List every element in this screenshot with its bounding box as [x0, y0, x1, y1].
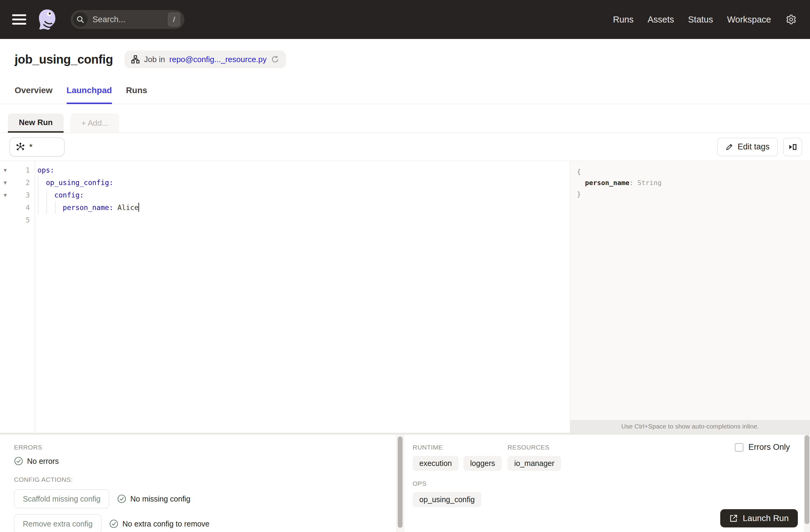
- nav-link-workspace[interactable]: Workspace: [727, 15, 771, 25]
- scaffold-missing-config-button[interactable]: Scaffold missing config: [14, 489, 109, 508]
- line-number: 3: [10, 189, 35, 201]
- config-actions-label: CONFIG ACTIONS:: [14, 476, 396, 483]
- reload-icon[interactable]: [271, 55, 279, 64]
- tab-launchpad[interactable]: Launchpad: [67, 85, 112, 104]
- run-config-tabs: New Run + Add...: [0, 104, 810, 133]
- launch-run-button[interactable]: Launch Run: [720, 509, 798, 528]
- line-number: 5: [10, 214, 35, 226]
- code-line: person_name:Alice: [37, 201, 570, 214]
- run-preview-panel: RUNTIME execution loggers RESOURCES io_m…: [404, 435, 810, 532]
- settings-gear-icon[interactable]: [785, 14, 797, 25]
- page-header: job_using_config Job in repo@config..._r…: [0, 39, 810, 80]
- errors-only-checkbox[interactable]: [735, 443, 743, 452]
- code-line: op_using_config:: [37, 177, 570, 189]
- schema-body: { person_name: String }: [570, 161, 810, 420]
- schema-open-brace: {: [577, 166, 810, 177]
- external-link-icon: [729, 514, 738, 522]
- bottom-panel: ERRORS No errors CONFIG ACTIONS: Scaffol…: [0, 433, 810, 532]
- menu-icon[interactable]: [12, 14, 26, 25]
- run-config-tab-new-run[interactable]: New Run: [8, 114, 64, 133]
- job-graph-icon: [131, 55, 140, 64]
- nav-link-assets[interactable]: Assets: [648, 15, 674, 25]
- search-input[interactable]: [93, 15, 168, 25]
- remove-status-label: No extra config to remove: [122, 519, 209, 528]
- nav-link-status[interactable]: Status: [688, 15, 713, 25]
- job-origin-badge: Job in repo@config..._resource.py: [125, 50, 286, 68]
- errors-only-label: Errors Only: [748, 442, 790, 452]
- no-errors-label: No errors: [27, 457, 59, 466]
- remove-status: No extra config to remove: [109, 519, 209, 528]
- edit-tags-label: Edit tags: [738, 142, 770, 151]
- resources-section-label: RESOURCES: [507, 444, 561, 451]
- check-circle-icon: [109, 519, 118, 528]
- line-number: 1: [10, 164, 35, 177]
- line-number: 4: [10, 201, 35, 214]
- bottom-panel-scrollbar[interactable]: [396, 435, 404, 532]
- config-workspace: ▼1 ▼2 ▼3 4 5 ops: op_using_config: confi…: [0, 161, 810, 433]
- errors-panel: ERRORS No errors CONFIG ACTIONS: Scaffol…: [0, 435, 396, 532]
- config-schema-panel: { person_name: String } Use Ctrl+Space t…: [570, 161, 810, 433]
- nav-links: Runs Assets Status Workspace: [613, 15, 771, 25]
- remove-config-row: Remove extra config No extra config to r…: [14, 514, 396, 532]
- toggle-right-panel-button[interactable]: [783, 138, 802, 156]
- indent-guide: [47, 189, 47, 214]
- remove-extra-config-button[interactable]: Remove extra config: [14, 514, 101, 532]
- pencil-icon: [725, 143, 733, 151]
- editor-code-area[interactable]: ops: op_using_config: config: person_nam…: [35, 161, 570, 433]
- text-cursor: [139, 203, 139, 212]
- code-line: config:: [37, 189, 570, 201]
- search-icon: [73, 12, 87, 27]
- repo-link[interactable]: repo@config..._resource.py: [169, 55, 267, 64]
- schema-close-brace: }: [577, 188, 810, 200]
- code-line: ops:: [37, 164, 570, 177]
- op-selector-input[interactable]: *: [10, 138, 65, 157]
- top-nav: / Runs Assets Status Workspace: [0, 0, 810, 39]
- dagster-logo-icon[interactable]: [36, 8, 59, 31]
- indent-guide: [55, 201, 55, 214]
- op-tag[interactable]: op_using_config: [412, 492, 481, 507]
- errors-only-control: Errors Only: [735, 442, 790, 452]
- preview-scrollbar[interactable]: [804, 435, 810, 532]
- runtime-tag[interactable]: loggers: [464, 456, 502, 471]
- search-box[interactable]: /: [70, 10, 184, 29]
- page-tabs: Overview Launchpad Runs: [0, 80, 810, 104]
- fold-arrow-icon[interactable]: ▼: [0, 189, 10, 201]
- code-line: [37, 214, 570, 226]
- page-title: job_using_config: [15, 53, 113, 66]
- scaffold-status: No missing config: [117, 494, 190, 503]
- launch-run-label: Launch Run: [743, 513, 789, 523]
- errors-section-label: ERRORS: [14, 444, 396, 451]
- scaffold-config-row: Scaffold missing config No missing confi…: [14, 489, 396, 508]
- indent-guide: [38, 177, 38, 214]
- fold-arrow-icon[interactable]: ▼: [0, 177, 10, 189]
- runtime-tag[interactable]: execution: [412, 456, 458, 471]
- scrollbar-thumb[interactable]: [398, 436, 403, 528]
- op-graph-icon: [16, 142, 25, 151]
- launchpad-toolbar: * Edit tags: [0, 133, 810, 161]
- ops-section-label: OPS: [412, 480, 810, 487]
- check-circle-icon: [14, 456, 23, 466]
- autocomplete-hint: Use Ctrl+Space to show auto-completions …: [570, 420, 810, 433]
- expand-panel-icon: [788, 142, 797, 151]
- edit-tags-button[interactable]: Edit tags: [717, 138, 778, 156]
- search-shortcut-key: /: [168, 13, 180, 27]
- no-errors-row: No errors: [14, 456, 396, 466]
- line-number: 2: [10, 177, 35, 189]
- add-config-tab-button[interactable]: + Add...: [70, 114, 119, 133]
- editor-gutter: ▼1 ▼2 ▼3 4 5: [0, 161, 35, 433]
- schema-field-row[interactable]: person_name: String: [577, 177, 810, 188]
- resource-tag[interactable]: io_manager: [507, 456, 561, 471]
- scrollbar-thumb[interactable]: [805, 435, 809, 524]
- tab-overview[interactable]: Overview: [15, 85, 53, 104]
- scaffold-status-label: No missing config: [130, 495, 190, 503]
- nav-link-runs[interactable]: Runs: [613, 15, 634, 25]
- fold-arrow-icon[interactable]: ▼: [0, 164, 10, 177]
- check-circle-icon: [117, 494, 126, 503]
- op-selector-value: *: [29, 142, 33, 152]
- runtime-section-label: RUNTIME: [412, 444, 507, 451]
- job-badge-prefix: Job in: [144, 55, 165, 64]
- yaml-editor[interactable]: ▼1 ▼2 ▼3 4 5 ops: op_using_config: confi…: [0, 161, 570, 433]
- tab-runs[interactable]: Runs: [126, 85, 147, 104]
